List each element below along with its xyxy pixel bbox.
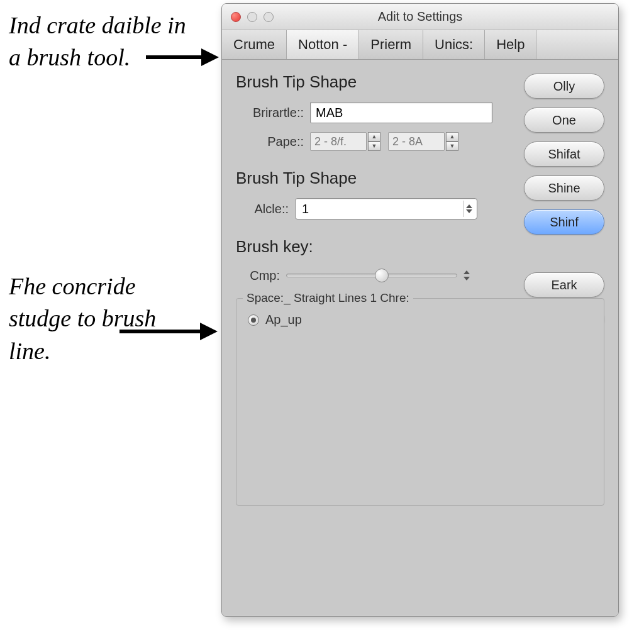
section-heading: Brush key:: [236, 237, 513, 257]
tab-notton[interactable]: Notton -: [287, 30, 359, 59]
alcle-select[interactable]: 1: [295, 198, 477, 219]
pape-field-2[interactable]: [388, 132, 445, 151]
eark-button[interactable]: Eark: [524, 272, 604, 297]
alcle-value: 1: [302, 202, 309, 216]
section-brush-key: Brush key: Cmp:: [236, 237, 513, 283]
annotation-top: Ind crate daible in a brush tool.: [9, 9, 204, 74]
shine-button[interactable]: Shine: [524, 175, 604, 201]
titlebar: Adit to Settings: [222, 4, 618, 30]
cmp-slider[interactable]: [286, 274, 457, 277]
section-heading: Brush Tip Shape: [236, 72, 513, 92]
alcle-label: Alcle::: [236, 202, 289, 216]
pape-stepper-1[interactable]: ▲▼: [368, 132, 380, 151]
tab-crume[interactable]: Crume: [222, 30, 287, 59]
cmp-label: Cmp:: [236, 269, 280, 283]
slider-thumb-icon[interactable]: [375, 269, 389, 282]
stepper-icon: [463, 201, 474, 217]
annotation-mid: Fhe concride studge to brush line.: [9, 270, 204, 367]
brirartle-label: Brirartle::: [236, 106, 304, 120]
section-heading: Brush Tip Shape: [236, 169, 513, 188]
shinf-button[interactable]: Shinf: [524, 209, 604, 235]
section-brush-tip-1: Brush Tip Shape Brirartle:: Pape:: ▲▼ ▲▼: [236, 72, 513, 151]
settings-window: Adit to Settings Crume Notton - Prierm U…: [221, 3, 619, 617]
pape-label: Pape::: [236, 135, 304, 149]
cmp-stepper[interactable]: [464, 270, 474, 280]
pape-field-1[interactable]: [310, 132, 367, 151]
one-button[interactable]: One: [524, 108, 604, 133]
olly-button[interactable]: Olly: [524, 74, 604, 99]
brirartle-field[interactable]: [310, 102, 492, 123]
apup-label: Ap_up: [265, 313, 302, 327]
space-groupbox: Space:_ Straight Lines 1 Chre: Ap_up: [236, 298, 604, 506]
groupbox-legend: Space:_ Straight Lines 1 Chre:: [243, 291, 413, 305]
window-title: Adit to Settings: [222, 9, 618, 24]
apup-radio[interactable]: [248, 314, 259, 326]
tab-unics[interactable]: Unics:: [423, 30, 485, 59]
tab-bar: Crume Notton - Prierm Unics: Help: [222, 30, 618, 60]
tab-prierm[interactable]: Prierm: [359, 30, 423, 59]
pape-stepper-2[interactable]: ▲▼: [446, 132, 458, 151]
section-brush-tip-2: Brush Tip Shape Alcle:: 1: [236, 169, 513, 219]
settings-pane: Olly One Shifat Shine Shinf Eark .. Brus…: [222, 60, 618, 616]
shifat-button[interactable]: Shifat: [524, 142, 604, 167]
tab-help[interactable]: Help: [485, 30, 536, 59]
